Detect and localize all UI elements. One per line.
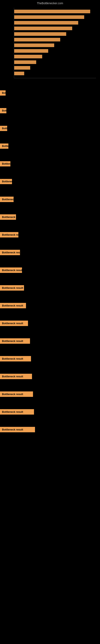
bottleneck-result-label: Bottleneck result — [0, 374, 32, 379]
list-item: Bottleneck result — [0, 102, 100, 120]
list-item: Bottleneck result — [0, 137, 100, 155]
bottleneck-result-label: Bottleneck result — [0, 303, 26, 308]
svg-rect-4 — [14, 15, 84, 19]
bottleneck-list: Bottleneck resultBottleneck resultBottle… — [0, 84, 100, 438]
list-item: Bottleneck result — [0, 226, 100, 244]
list-item: Bottleneck result — [0, 155, 100, 173]
list-item: Bottleneck result — [0, 350, 100, 368]
list-item: Bottleneck result — [0, 314, 100, 332]
list-item: Bottleneck result — [0, 120, 100, 137]
bottleneck-result-label: Bottleneck result — [0, 285, 24, 290]
list-item: Bottleneck result — [0, 244, 100, 261]
bottleneck-result-label: Bottleneck result — [0, 356, 31, 362]
svg-rect-6 — [14, 26, 72, 30]
bottleneck-result-label: Bottleneck result — [0, 144, 8, 149]
bottleneck-result-label: Bottleneck result — [0, 250, 20, 255]
list-item: Bottleneck result — [0, 261, 100, 279]
chart-svg — [2, 6, 98, 82]
bottleneck-result-label: Bottleneck result — [0, 108, 6, 113]
bottleneck-result-label: Bottleneck result — [0, 232, 18, 238]
svg-rect-13 — [14, 66, 30, 70]
list-item: Bottleneck result — [0, 297, 100, 314]
list-item: Bottleneck result — [0, 279, 100, 297]
svg-rect-7 — [14, 32, 66, 36]
bottleneck-result-label: Bottleneck result — [0, 90, 6, 96]
bottleneck-result-label: Bottleneck result — [0, 427, 35, 432]
bottleneck-result-label: Bottleneck result — [0, 214, 16, 220]
svg-rect-12 — [14, 60, 36, 64]
list-item: Bottleneck result — [0, 385, 100, 403]
svg-rect-5 — [14, 21, 78, 24]
svg-rect-9 — [14, 44, 54, 47]
bottleneck-result-label: Bottleneck result — [0, 196, 14, 202]
site-title: TheBottlenecker.com — [0, 0, 100, 6]
bottleneck-result-label: Bottleneck result — [0, 179, 12, 184]
list-item: Bottleneck result — [0, 403, 100, 420]
svg-rect-8 — [14, 38, 60, 42]
bottleneck-result-label: Bottleneck result — [0, 268, 22, 273]
list-item: Bottleneck result — [0, 420, 100, 438]
bottleneck-result-label: Bottleneck result — [0, 409, 34, 414]
svg-rect-3 — [14, 10, 90, 13]
list-item: Bottleneck result — [0, 190, 100, 208]
bottleneck-result-label: Bottleneck result — [0, 320, 28, 326]
svg-rect-14 — [14, 72, 24, 75]
list-item: Bottleneck result — [0, 208, 100, 226]
svg-rect-11 — [14, 55, 42, 58]
svg-rect-10 — [14, 49, 48, 53]
bottleneck-result-label: Bottleneck result — [0, 392, 33, 397]
bottleneck-result-label: Bottleneck result — [0, 126, 7, 131]
list-item: Bottleneck result — [0, 84, 100, 102]
list-item: Bottleneck result — [0, 368, 100, 385]
bottleneck-result-label: Bottleneck result — [0, 161, 10, 166]
bottleneck-result-label: Bottleneck result — [0, 338, 30, 344]
list-item: Bottleneck result — [0, 332, 100, 350]
list-item: Bottleneck result — [0, 173, 100, 190]
chart-area — [2, 6, 98, 82]
